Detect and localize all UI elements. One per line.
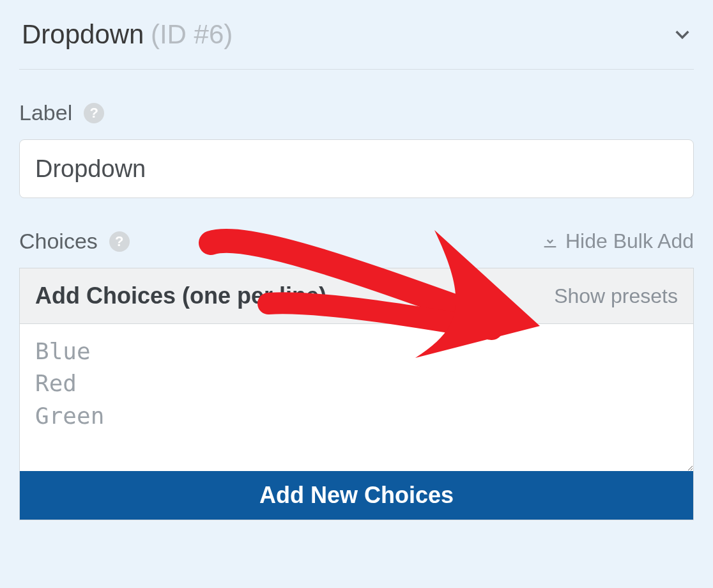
choices-box: Add Choices (one per line) Show presets … [19, 268, 694, 520]
chevron-down-icon[interactable] [673, 26, 691, 43]
help-icon[interactable]: ? [109, 231, 130, 252]
field-id-label: (ID #6) [151, 19, 233, 49]
field-title: Dropdown [22, 19, 144, 49]
help-icon[interactable]: ? [84, 103, 104, 123]
add-new-choices-button[interactable]: Add New Choices [20, 471, 693, 520]
field-settings-panel: Dropdown (ID #6) Label ? Choices ? [0, 0, 713, 520]
label-section-title: Label [19, 100, 72, 125]
choices-section-title: Choices [19, 229, 98, 254]
hide-bulk-add-toggle[interactable]: Hide Bulk Add [541, 229, 694, 253]
label-section: Label ? [19, 100, 694, 198]
choices-box-header: Add Choices (one per line) Show presets [20, 268, 693, 324]
download-icon [541, 233, 559, 251]
field-header[interactable]: Dropdown (ID #6) [19, 13, 694, 70]
label-input[interactable] [19, 139, 694, 198]
choices-section: Choices ? Hide Bulk Add Add Choices (one… [19, 229, 694, 520]
choices-textarea[interactable] [20, 324, 693, 471]
bulk-toggle-label: Hide Bulk Add [565, 229, 694, 253]
show-presets-link[interactable]: Show presets [554, 284, 678, 308]
add-choices-heading: Add Choices (one per line) [35, 282, 326, 309]
field-title-wrap: Dropdown (ID #6) [22, 19, 233, 50]
choices-textarea-wrap: Blue Red Green [20, 324, 693, 471]
